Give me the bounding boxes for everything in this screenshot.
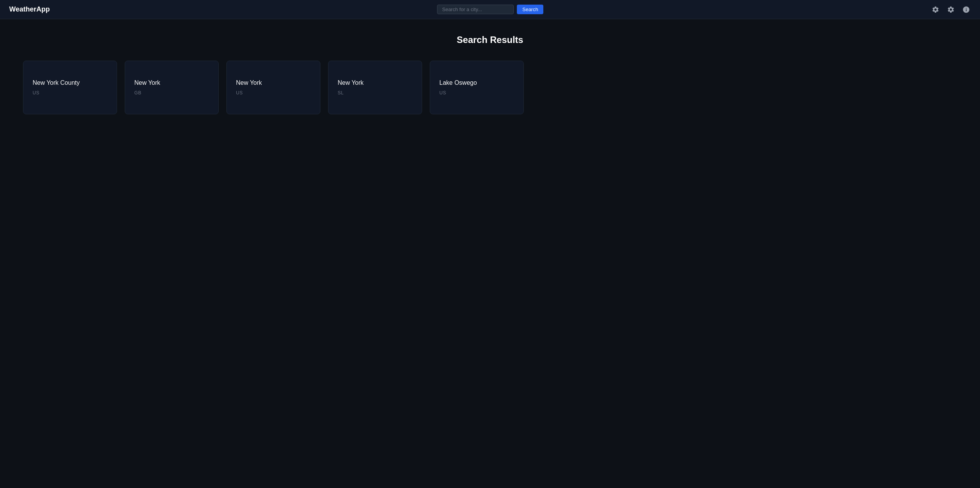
result-country-code: US — [439, 90, 514, 96]
result-card[interactable]: Lake OswegoUS — [430, 61, 524, 114]
result-city-name: New York — [236, 79, 311, 86]
result-city-name: New York County — [33, 79, 107, 86]
result-country-code: US — [33, 90, 107, 96]
result-city-name: Lake Oswego — [439, 79, 514, 86]
result-country-code: US — [236, 90, 311, 96]
result-city-name: New York — [134, 79, 209, 86]
results-grid: New York CountyUSNew YorkGBNew YorkUSNew… — [23, 61, 957, 114]
search-input[interactable] — [437, 5, 514, 14]
page-title: Search Results — [23, 35, 957, 45]
result-country-code: SL — [338, 90, 412, 96]
settings-icon-1[interactable] — [931, 5, 940, 14]
main-content: Search Results New York CountyUSNew York… — [0, 19, 980, 130]
result-card[interactable]: New YorkGB — [125, 61, 219, 114]
search-area: Search — [437, 5, 543, 14]
app-title: WeatherApp — [9, 5, 50, 13]
search-button[interactable]: Search — [517, 5, 543, 14]
info-icon[interactable] — [962, 5, 971, 14]
result-city-name: New York — [338, 79, 412, 86]
result-card[interactable]: New YorkUS — [226, 61, 320, 114]
settings-icon-2[interactable] — [946, 5, 955, 14]
app-header: WeatherApp Search — [0, 0, 980, 19]
result-card[interactable]: New York CountyUS — [23, 61, 117, 114]
result-country-code: GB — [134, 90, 209, 96]
header-icons — [931, 5, 971, 14]
result-card[interactable]: New YorkSL — [328, 61, 422, 114]
